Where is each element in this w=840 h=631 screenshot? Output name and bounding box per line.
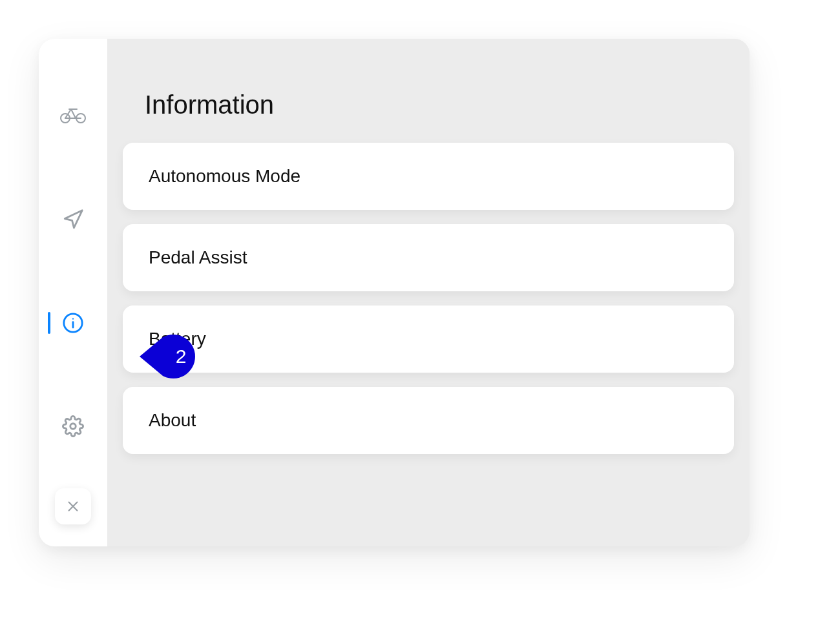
content-area: Information Autonomous Mode Pedal Assist… xyxy=(107,39,750,546)
sidebar-item-information[interactable] xyxy=(39,304,107,342)
navigation-icon xyxy=(62,209,84,231)
sidebar xyxy=(39,39,107,546)
info-item-label: Pedal Assist xyxy=(149,247,247,267)
info-item-pedal-assist[interactable]: Pedal Assist xyxy=(123,224,734,291)
sidebar-item-navigation[interactable] xyxy=(39,200,107,239)
info-icon xyxy=(62,312,84,334)
info-card-list: Autonomous Mode Pedal Assist Battery Abo… xyxy=(123,143,734,454)
page-title: Information xyxy=(145,90,734,119)
info-item-label: Battery xyxy=(149,329,206,349)
info-item-label: Autonomous Mode xyxy=(149,166,300,186)
info-item-autonomous-mode[interactable]: Autonomous Mode xyxy=(123,143,734,210)
info-item-label: About xyxy=(149,410,196,430)
svg-marker-2 xyxy=(65,211,82,228)
info-item-about[interactable]: About xyxy=(123,387,734,454)
svg-point-5 xyxy=(72,318,74,319)
info-item-battery[interactable]: Battery xyxy=(123,305,734,373)
active-indicator xyxy=(48,312,50,334)
close-icon xyxy=(66,499,80,513)
svg-point-6 xyxy=(70,424,76,429)
sidebar-item-settings[interactable] xyxy=(39,407,107,446)
bike-icon xyxy=(60,107,86,123)
app-frame: Information Autonomous Mode Pedal Assist… xyxy=(39,39,750,546)
settings-icon xyxy=(62,415,84,437)
sidebar-item-bike[interactable] xyxy=(39,96,107,134)
close-button[interactable] xyxy=(55,488,91,524)
